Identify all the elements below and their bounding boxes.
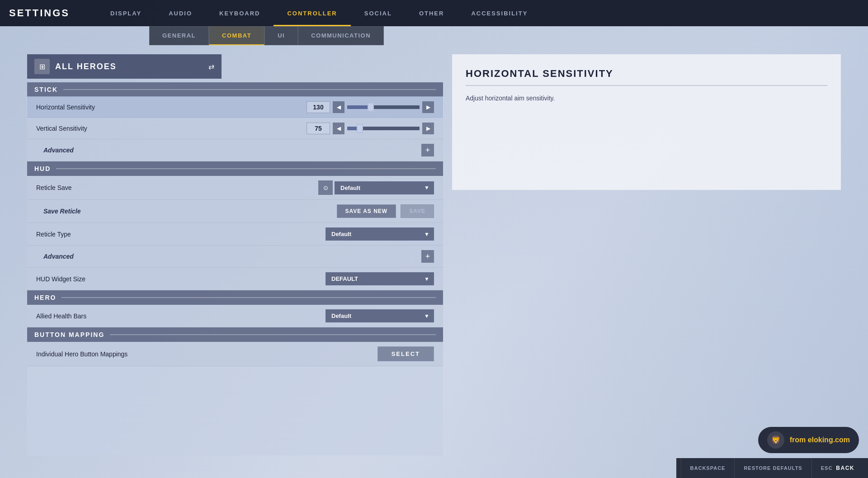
- bottom-action-back[interactable]: ESC BACK: [811, 458, 863, 478]
- nav-item-keyboard[interactable]: KEYBOARD: [206, 0, 274, 26]
- nav-item-social[interactable]: SOCIAL: [351, 0, 406, 26]
- vertical-sensitivity-increment[interactable]: ▶: [422, 123, 434, 134]
- esc-key: ESC: [821, 465, 833, 471]
- detail-panel: HORIZONTAL SENSITIVITY Adjust horizontal…: [452, 54, 841, 190]
- tab-combat[interactable]: COMBAT: [209, 26, 264, 45]
- vertical-sensitivity-control: 75 ◀ ▶: [307, 123, 434, 134]
- setting-individual-hero-button-mappings[interactable]: Individual Hero Button Mappings SELECT: [27, 342, 443, 366]
- hero-name: ALL HEROES: [55, 62, 208, 71]
- section-stick-header: STICK: [27, 82, 443, 97]
- advanced-stick-label: Advanced: [43, 147, 421, 154]
- bottom-action-restore-defaults[interactable]: RESTORE DEFAULTS: [734, 458, 811, 478]
- reticle-type-dropdown[interactable]: Default Custom: [326, 227, 434, 241]
- nav-item-accessibility[interactable]: ACCESSIBILITY: [458, 0, 541, 26]
- hero-selector[interactable]: ⊞ ALL HEROES ⇄: [27, 54, 222, 79]
- horizontal-sensitivity-decrement[interactable]: ◀: [333, 101, 344, 113]
- section-hud-header: HUD: [27, 161, 443, 176]
- detail-panel-description: Adjust horizontal aim sensitivity.: [466, 93, 827, 103]
- reticle-save-label: Reticle Save: [36, 184, 318, 191]
- vertical-sensitivity-label: Vertical Sensitivity: [36, 125, 307, 132]
- advanced-stick-row[interactable]: Advanced +: [27, 139, 443, 161]
- allied-health-bars-label: Allied Health Bars: [36, 312, 326, 320]
- hud-widget-size-label: HUD Widget Size: [36, 275, 326, 283]
- section-button-mapping-title: BUTTON MAPPING: [34, 331, 104, 338]
- allied-health-bars-control: Default On Off ▼: [326, 309, 434, 322]
- horizontal-sensitivity-slider[interactable]: [347, 105, 420, 109]
- advanced-hud-label: Advanced: [43, 253, 421, 260]
- reticle-save-icon-button[interactable]: ⊙: [318, 180, 333, 195]
- save-reticle-label: Save Reticle: [43, 208, 332, 215]
- hud-widget-size-dropdown[interactable]: DEFAULT SMALL LARGE: [326, 272, 434, 285]
- vertical-sensitivity-decrement[interactable]: ◀: [333, 123, 344, 134]
- backspace-key: BACKSPACE: [690, 465, 726, 471]
- detail-panel-title: HORIZONTAL SENSITIVITY: [466, 68, 827, 86]
- section-stick-line: [63, 89, 436, 90]
- reticle-save-dropdown[interactable]: Default Custom: [335, 181, 434, 194]
- setting-allied-health-bars[interactable]: Allied Health Bars Default On Off ▼: [27, 305, 443, 327]
- vertical-sensitivity-thumb[interactable]: [357, 124, 363, 133]
- horizontal-sensitivity-label: Horizontal Sensitivity: [36, 104, 307, 111]
- save-as-new-button[interactable]: SAVE AS NEW: [337, 204, 396, 218]
- save-button[interactable]: SAVE: [401, 204, 434, 218]
- left-panel: ⊞ ALL HEROES ⇄ STICK Horizontal Sensitiv…: [27, 54, 443, 455]
- watermark-logo: 🦁: [767, 431, 784, 449]
- restore-defaults-key: RESTORE DEFAULTS: [744, 465, 802, 471]
- nav-items-container: DISPLAY AUDIO KEYBOARD CONTROLLER SOCIAL…: [97, 0, 859, 26]
- vertical-sensitivity-value[interactable]: 75: [307, 123, 330, 134]
- hero-icon: ⊞: [34, 59, 50, 74]
- nav-item-audio[interactable]: AUDIO: [155, 0, 206, 26]
- setting-reticle-save[interactable]: Reticle Save ⊙ Default Custom ▼: [27, 176, 443, 200]
- advanced-stick-expand-button[interactable]: +: [421, 144, 434, 156]
- section-button-mapping-header: BUTTON MAPPING: [27, 327, 443, 342]
- horizontal-sensitivity-value[interactable]: 130: [307, 101, 330, 113]
- nav-item-other[interactable]: OTHER: [406, 0, 458, 26]
- horizontal-sensitivity-increment[interactable]: ▶: [422, 101, 434, 113]
- bottom-action-backspace[interactable]: BACKSPACE: [681, 458, 735, 478]
- sub-tabs-container: GENERAL COMBAT UI COMMUNICATION: [149, 26, 384, 45]
- reticle-save-control: ⊙ Default Custom ▼: [318, 180, 434, 195]
- individual-hero-button-mappings-select-button[interactable]: SELECT: [377, 346, 434, 361]
- horizontal-sensitivity-thumb[interactable]: [368, 103, 374, 112]
- nav-item-display[interactable]: DISPLAY: [97, 0, 155, 26]
- setting-horizontal-sensitivity[interactable]: Horizontal Sensitivity 130 ◀ ▶: [27, 97, 443, 118]
- setting-vertical-sensitivity[interactable]: Vertical Sensitivity 75 ◀ ▶: [27, 118, 443, 139]
- advanced-hud-expand-button[interactable]: +: [421, 250, 434, 263]
- section-hud-title: HUD: [34, 165, 51, 172]
- hero-swap-icon[interactable]: ⇄: [208, 62, 214, 71]
- vertical-sensitivity-slider[interactable]: [347, 127, 420, 130]
- bottom-bar: BACKSPACE RESTORE DEFAULTS ESC BACK: [676, 458, 868, 478]
- save-reticle-row: Save Reticle SAVE AS NEW SAVE: [27, 200, 443, 223]
- setting-reticle-type[interactable]: Reticle Type Default Custom ▼: [27, 223, 443, 246]
- app-title: SETTINGS: [9, 7, 70, 19]
- individual-hero-button-mappings-label: Individual Hero Button Mappings: [36, 350, 377, 358]
- tab-ui[interactable]: UI: [264, 26, 298, 45]
- reticle-type-control: Default Custom ▼: [326, 227, 434, 241]
- section-hero-line: [61, 297, 436, 298]
- watermark-brand: eloking.com: [808, 436, 850, 444]
- section-hud-line: [56, 168, 436, 169]
- setting-hud-widget-size[interactable]: HUD Widget Size DEFAULT SMALL LARGE ▼: [27, 268, 443, 290]
- section-hero-title: HERO: [34, 294, 56, 301]
- main-content: ⊞ ALL HEROES ⇄ STICK Horizontal Sensitiv…: [27, 54, 841, 455]
- section-stick-title: STICK: [34, 86, 58, 93]
- back-label: BACK: [836, 465, 854, 471]
- settings-panel: STICK Horizontal Sensitivity 130 ◀ ▶: [27, 82, 443, 455]
- allied-health-bars-dropdown[interactable]: Default On Off: [326, 309, 434, 322]
- watermark-prefix: from: [790, 436, 808, 444]
- tab-communication[interactable]: COMMUNICATION: [298, 26, 384, 45]
- watermark: 🦁 from eloking.com: [758, 427, 859, 453]
- section-hero-header: HERO: [27, 290, 443, 305]
- horizontal-sensitivity-control: 130 ◀ ▶: [307, 101, 434, 113]
- watermark-text: from eloking.com: [790, 436, 850, 444]
- nav-item-controller[interactable]: CONTROLLER: [274, 0, 350, 26]
- advanced-hud-row[interactable]: Advanced +: [27, 246, 443, 268]
- reticle-type-label: Reticle Type: [36, 231, 326, 238]
- top-navigation: SETTINGS DISPLAY AUDIO KEYBOARD CONTROLL…: [0, 0, 868, 26]
- tab-general[interactable]: GENERAL: [149, 26, 209, 45]
- hud-widget-size-control: DEFAULT SMALL LARGE ▼: [326, 272, 434, 285]
- horizontal-sensitivity-fill: [347, 105, 369, 109]
- section-button-mapping-line: [110, 334, 436, 335]
